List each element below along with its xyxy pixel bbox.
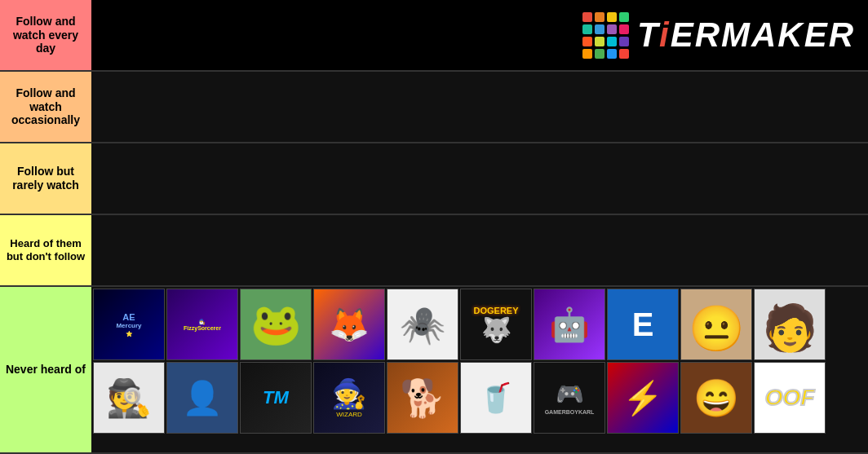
color-cell	[619, 12, 629, 22]
tier-table: Follow and watch every day TiERMAKER Fol…	[0, 0, 868, 454]
tier-label-text-2: Follow and watch occasionally	[3, 86, 88, 127]
avatar-tile: 🧑	[754, 289, 826, 360]
avatar-tile: AEMercury⭐	[93, 289, 165, 360]
tier-label-4: Heard of them but don't follow	[0, 215, 91, 285]
tier-row-5: Never heard of AEMercury⭐🧙‍♂️FizzySorcer…	[0, 287, 868, 454]
color-cell	[582, 24, 592, 34]
tier-label-1: Follow and watch every day	[0, 0, 91, 70]
color-cell	[607, 37, 617, 46]
color-cell	[595, 12, 604, 22]
avatar-tile: 🐕	[387, 362, 458, 434]
tier-label-3: Follow but rarely watch	[0, 143, 91, 214]
avatar-tile: ⚡	[607, 362, 679, 434]
avatar-tile: 🐸	[240, 289, 312, 360]
avatar-tile: 🧙WIZARD	[313, 362, 385, 434]
color-cell	[582, 49, 592, 59]
tier-content-5: AEMercury⭐🧙‍♂️FizzySorcerer🐸🦊🕷️DOGEREY🐺🤖…	[91, 287, 868, 452]
color-cell	[607, 12, 617, 22]
tier-content-4	[91, 215, 868, 285]
tier-row-1: Follow and watch every day TiERMAKER	[0, 0, 868, 72]
color-cell	[619, 24, 629, 34]
avatar-tile: 🦊	[313, 289, 385, 360]
avatar-tile: 😄	[680, 362, 752, 434]
tier-content-2	[91, 72, 868, 142]
avatar-tile: DOGEREY🐺	[460, 289, 532, 360]
tiermaker-logo: TiERMAKER	[582, 12, 855, 59]
color-cell	[595, 24, 604, 34]
tier-row-4: Heard of them but don't follow	[0, 215, 868, 287]
color-cell	[595, 37, 604, 46]
color-cell	[607, 49, 617, 59]
color-cell	[619, 37, 629, 46]
color-cell	[582, 37, 592, 46]
color-grid	[582, 12, 629, 59]
avatar-tile: 🥤	[460, 362, 532, 434]
brand-title: TiERMAKER	[637, 15, 855, 55]
tier-label-text-5: Never heard of	[6, 363, 86, 377]
avatar-tile: TM	[240, 362, 312, 434]
tier-row-2: Follow and watch occasionally	[0, 72, 868, 143]
tier-label-text-1: Follow and watch every day	[3, 15, 88, 55]
avatar-tile: 🎮GAMERBOYKARL	[534, 362, 605, 434]
avatar-tile: OOF	[754, 362, 826, 434]
avatar-tile: 🕷️	[387, 289, 458, 360]
tier-label-5: Never heard of	[0, 287, 91, 452]
tier-content-3	[91, 143, 868, 214]
tier-label-2: Follow and watch occasionally	[0, 72, 91, 142]
tier-row-3: Follow but rarely watch	[0, 143, 868, 215]
avatar-tile: 👤	[166, 362, 238, 434]
color-cell	[595, 49, 604, 59]
tier-content-1: TiERMAKER	[91, 0, 868, 70]
avatar-tile: 😐	[680, 289, 752, 360]
avatar-tile: 🕵️	[93, 362, 165, 434]
tier-label-text-3: Follow but rarely watch	[3, 165, 88, 192]
color-cell	[582, 12, 592, 22]
avatar-tile: 🤖	[534, 289, 605, 360]
avatar-tile: 🧙‍♂️FizzySorcerer	[166, 289, 238, 360]
color-cell	[619, 49, 629, 59]
tier-label-text-4: Heard of them but don't follow	[3, 237, 88, 262]
color-cell	[607, 24, 617, 34]
avatar-tile: E	[607, 289, 679, 360]
